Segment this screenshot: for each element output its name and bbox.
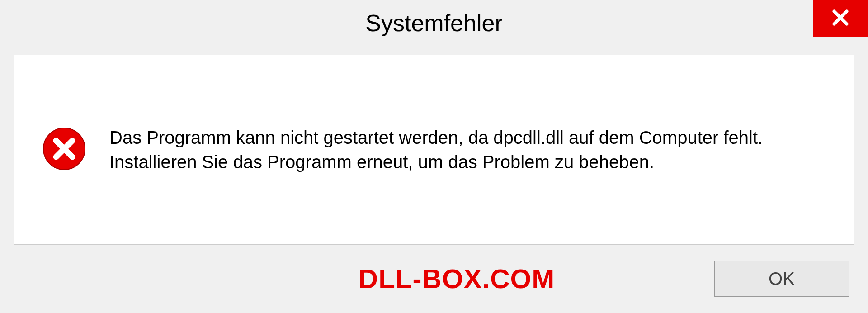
titlebar: Systemfehler xyxy=(0,0,868,46)
error-message: Das Programm kann nicht gestartet werden… xyxy=(109,125,826,174)
ok-button[interactable]: OK xyxy=(714,261,849,297)
content-area: Das Programm kann nicht gestartet werden… xyxy=(14,55,854,245)
close-button[interactable] xyxy=(813,0,868,37)
ok-button-label: OK xyxy=(769,269,795,289)
error-dialog: Systemfehler Das Programm kann nicht ges… xyxy=(0,0,868,313)
watermark-text: DLL-BOX.COM xyxy=(199,263,714,294)
close-icon xyxy=(831,9,849,28)
footer: DLL-BOX.COM OK xyxy=(0,254,868,313)
dialog-title: Systemfehler xyxy=(365,9,502,37)
error-icon xyxy=(42,126,87,173)
